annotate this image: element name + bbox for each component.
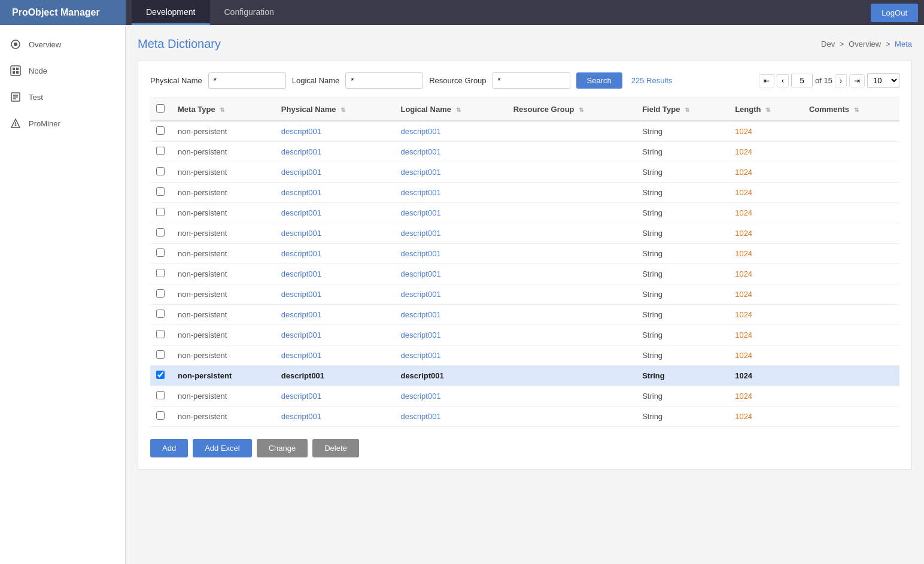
table-row[interactable]: non-persistent descript001 descript001 S… bbox=[150, 244, 899, 264]
row-field-type: String bbox=[636, 203, 729, 223]
row-logical-name: descript001 bbox=[394, 305, 507, 325]
row-checkbox[interactable] bbox=[156, 269, 165, 277]
row-field-type: String bbox=[636, 407, 729, 427]
row-resource-group bbox=[507, 183, 636, 203]
row-checkbox-cell bbox=[150, 162, 172, 183]
sort-comments-icon: ⇅ bbox=[854, 107, 859, 113]
table-row[interactable]: non-persistent descript001 descript001 S… bbox=[150, 142, 899, 162]
row-checkbox[interactable] bbox=[156, 350, 165, 359]
add-excel-button[interactable]: Add Excel bbox=[193, 439, 252, 457]
row-checkbox[interactable] bbox=[156, 391, 165, 399]
sidebar-item-prominer[interactable]: ProMiner bbox=[0, 110, 125, 137]
row-meta-type: non-persistent bbox=[172, 407, 275, 427]
table-row[interactable]: non-persistent descript001 descript001 S… bbox=[150, 121, 899, 142]
row-checkbox[interactable] bbox=[156, 208, 165, 216]
change-button[interactable]: Change bbox=[257, 439, 308, 457]
last-page-button[interactable]: ⇥ bbox=[849, 74, 865, 87]
header-resource-group[interactable]: Resource Group ⇅ bbox=[507, 98, 636, 122]
row-physical-name: descript001 bbox=[275, 203, 395, 223]
row-checkbox[interactable] bbox=[156, 147, 165, 155]
row-checkbox[interactable] bbox=[156, 371, 165, 379]
search-bar: Physical Name Logical Name Resource Grou… bbox=[150, 72, 899, 89]
table-row[interactable]: non-persistent descript001 descript001 S… bbox=[150, 407, 899, 427]
add-button[interactable]: Add bbox=[150, 439, 188, 457]
row-checkbox[interactable] bbox=[156, 310, 165, 318]
table-row[interactable]: non-persistent descript001 descript001 S… bbox=[150, 162, 899, 183]
page-number-input[interactable] bbox=[791, 74, 813, 87]
sort-field-type-icon: ⇅ bbox=[685, 107, 689, 113]
logical-name-input[interactable] bbox=[345, 72, 423, 89]
row-length: 1024 bbox=[729, 284, 803, 305]
breadcrumb-overview: Overview bbox=[849, 40, 881, 48]
header-field-type[interactable]: Field Type ⇅ bbox=[636, 98, 729, 122]
row-checkbox-cell bbox=[150, 264, 172, 284]
data-table: Meta Type ⇅ Physical Name ⇅ Logical Name… bbox=[150, 98, 899, 427]
row-checkbox[interactable] bbox=[156, 330, 165, 338]
breadcrumb-sep-2: > bbox=[886, 40, 892, 48]
row-resource-group bbox=[507, 325, 636, 345]
table-row[interactable]: non-persistent descript001 descript001 S… bbox=[150, 386, 899, 407]
header-logical-name[interactable]: Logical Name ⇅ bbox=[394, 98, 507, 122]
logout-button[interactable]: LogOut bbox=[871, 4, 918, 22]
header-physical-name[interactable]: Physical Name ⇅ bbox=[275, 98, 395, 122]
table-row[interactable]: non-persistent descript001 descript001 S… bbox=[150, 325, 899, 345]
row-meta-type: non-persistent bbox=[172, 183, 275, 203]
table-row[interactable]: non-persistent descript001 descript001 S… bbox=[150, 305, 899, 325]
table-row[interactable]: non-persistent descript001 descript001 S… bbox=[150, 345, 899, 366]
header-meta-type[interactable]: Meta Type ⇅ bbox=[172, 98, 275, 122]
table-header-row: Meta Type ⇅ Physical Name ⇅ Logical Name… bbox=[150, 98, 899, 122]
row-field-type: String bbox=[636, 284, 729, 305]
row-checkbox[interactable] bbox=[156, 187, 165, 196]
sidebar-label-test: Test bbox=[29, 93, 43, 102]
row-comments bbox=[803, 183, 899, 203]
sidebar-item-node[interactable]: Node bbox=[0, 57, 125, 84]
row-meta-type: non-persistent bbox=[172, 142, 275, 162]
next-page-button[interactable]: › bbox=[835, 74, 847, 87]
row-checkbox[interactable] bbox=[156, 167, 165, 175]
first-page-button[interactable]: ⇤ bbox=[759, 74, 774, 87]
resource-group-input[interactable] bbox=[493, 72, 570, 89]
header-length[interactable]: Length ⇅ bbox=[729, 98, 803, 122]
row-comments bbox=[803, 203, 899, 223]
page-size-select[interactable]: 10 20 50 100 bbox=[867, 73, 899, 88]
row-checkbox[interactable] bbox=[156, 248, 165, 257]
row-checkbox[interactable] bbox=[156, 411, 165, 420]
svg-point-1 bbox=[14, 43, 17, 46]
table-row[interactable]: non-persistent descript001 descript001 S… bbox=[150, 183, 899, 203]
table-row[interactable]: non-persistent descript001 descript001 S… bbox=[150, 366, 899, 386]
row-length: 1024 bbox=[729, 345, 803, 366]
search-button[interactable]: Search bbox=[576, 72, 622, 89]
header-comments[interactable]: Comments ⇅ bbox=[803, 98, 899, 122]
row-resource-group bbox=[507, 223, 636, 244]
row-length: 1024 bbox=[729, 142, 803, 162]
table-row[interactable]: non-persistent descript001 descript001 S… bbox=[150, 284, 899, 305]
table-row[interactable]: non-persistent descript001 descript001 S… bbox=[150, 264, 899, 284]
row-meta-type: non-persistent bbox=[172, 121, 275, 142]
select-all-checkbox[interactable] bbox=[156, 104, 165, 113]
row-comments bbox=[803, 223, 899, 244]
sidebar-item-overview[interactable]: Overview bbox=[0, 31, 125, 57]
row-field-type: String bbox=[636, 325, 729, 345]
table-row[interactable]: non-persistent descript001 descript001 S… bbox=[150, 223, 899, 244]
row-checkbox[interactable] bbox=[156, 228, 165, 236]
physical-name-input[interactable] bbox=[208, 72, 286, 89]
sort-physical-name-icon: ⇅ bbox=[341, 107, 345, 113]
row-comments bbox=[803, 386, 899, 407]
nav-tab-development[interactable]: Development bbox=[132, 0, 210, 25]
row-logical-name: descript001 bbox=[394, 264, 507, 284]
row-checkbox[interactable] bbox=[156, 289, 165, 298]
row-checkbox-cell bbox=[150, 366, 172, 386]
row-field-type: String bbox=[636, 386, 729, 407]
delete-button[interactable]: Delete bbox=[312, 439, 359, 457]
row-physical-name: descript001 bbox=[275, 345, 395, 366]
table-row[interactable]: non-persistent descript001 descript001 S… bbox=[150, 203, 899, 223]
breadcrumb-dev: Dev bbox=[821, 40, 835, 48]
row-checkbox[interactable] bbox=[156, 126, 165, 135]
breadcrumb-sep-1: > bbox=[840, 40, 846, 48]
prev-page-button[interactable]: ‹ bbox=[777, 74, 789, 87]
row-field-type: String bbox=[636, 142, 729, 162]
row-logical-name: descript001 bbox=[394, 325, 507, 345]
sidebar-item-test[interactable]: Test bbox=[0, 84, 125, 110]
nav-tab-configuration[interactable]: Configuration bbox=[210, 0, 288, 25]
resource-group-label: Resource Group bbox=[429, 76, 486, 85]
